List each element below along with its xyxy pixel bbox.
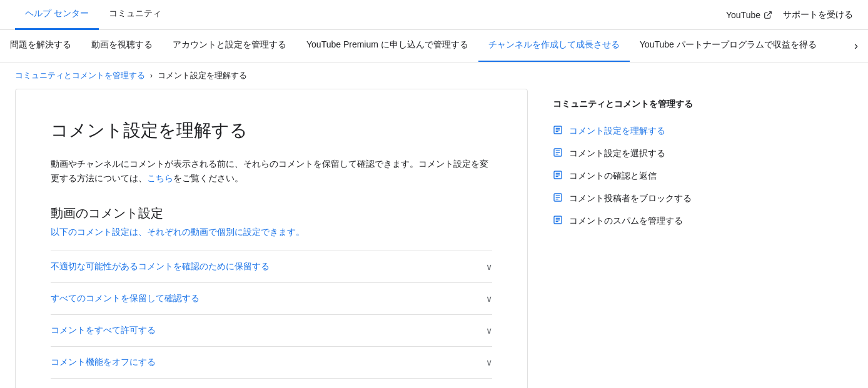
sidebar-title: コミュニティとコメントを管理する [553, 99, 715, 110]
accordion-chevron-2: ∨ [486, 294, 492, 304]
sidebar-item-label-4: コメント投稿者をブロックする [569, 192, 692, 205]
helpcenter-label: ヘルプ センター [25, 8, 89, 19]
accordion-item-1[interactable]: 不適切な可能性があるコメントを確認のために保留する ∨ [51, 251, 492, 283]
accordion-chevron-3: ∨ [486, 326, 492, 336]
sidebar-item-icon-2 [553, 147, 563, 160]
section-subtitle: 以下のコメント設定は、それぞれの動画で個別に設定できます。 [51, 227, 492, 238]
accordion-item-2[interactable]: すべてのコメントを保留して確認する ∨ [51, 283, 492, 315]
support-link[interactable]: サポートを受ける [783, 9, 853, 21]
accordion-chevron-4: ∨ [486, 357, 492, 367]
sidebar-item-label-3: コメントの確認と返信 [569, 170, 657, 182]
external-link-icon [763, 10, 773, 20]
breadcrumb-parent[interactable]: コミュニティとコメントを管理する [15, 70, 145, 81]
top-nav: ヘルプ センター コミュニティ YouTube サポートを受ける [0, 0, 868, 30]
sidebar-item-1[interactable]: コメント設定を理解する [553, 120, 715, 142]
breadcrumb-separator: › [150, 71, 153, 80]
top-nav-item-helpcenter[interactable]: ヘルプ センター [15, 0, 99, 30]
accordion-item-4[interactable]: コメント機能をオフにする ∨ [51, 347, 492, 379]
intro-link[interactable]: こちら [147, 173, 173, 183]
breadcrumb-current: コメント設定を理解する [158, 70, 247, 81]
top-nav-left: ヘルプ センター コミュニティ [15, 0, 171, 30]
top-nav-right: YouTube サポートを受ける [726, 9, 853, 21]
sidebar-item-label-2: コメント設定を選択する [569, 147, 665, 160]
article-title: コメント設定を理解する [51, 119, 492, 142]
sidebar-item-icon-3 [553, 170, 563, 182]
second-nav-item-4[interactable]: YouTube Premium に申し込んで管理する [296, 30, 478, 62]
accordion-chevron-1: ∨ [486, 262, 492, 272]
accordion-label-1: 不適切な可能性があるコメントを確認のために保留する [51, 261, 270, 272]
article-intro: 動画やチャンネルにコメントが表示される前に、それらのコメントを保留して確認できま… [51, 157, 492, 185]
section-title: 動画のコメント設定 [51, 205, 492, 222]
sidebar-item-4[interactable]: コメント投稿者をブロックする [553, 187, 715, 210]
main-layout: コメント設定を理解する 動画やチャンネルにコメントが表示される前に、それらのコメ… [0, 89, 868, 388]
sidebar-item-label-5: コメントのスパムを管理する [569, 215, 683, 227]
sidebar-item-icon-4 [553, 192, 563, 205]
accordion-label-4: コメント機能をオフにする [51, 357, 156, 368]
accordion: 不適切な可能性があるコメントを確認のために保留する ∨ すべてのコメントを保留し… [51, 251, 492, 379]
second-nav-item-3[interactable]: アカウントと設定を管理する [163, 30, 296, 62]
second-nav-item-1[interactable]: 問題を解決する [0, 30, 81, 62]
second-nav-item-5[interactable]: チャンネルを作成して成長させる [478, 30, 630, 62]
youtube-link[interactable]: YouTube [726, 10, 773, 20]
accordion-label-3: コメントをすべて許可する [51, 325, 156, 336]
breadcrumb: コミュニティとコメントを管理する › コメント設定を理解する [0, 62, 868, 89]
second-nav-item-2[interactable]: 動画を視聴する [81, 30, 163, 62]
sidebar-item-5[interactable]: コメントのスパムを管理する [553, 210, 715, 232]
second-nav: 問題を解決する 動画を視聴する アカウントと設定を管理する YouTube Pr… [0, 30, 868, 62]
second-nav-item-6[interactable]: YouTube パートナープログラムで収益を得る [630, 30, 827, 62]
accordion-item-3[interactable]: コメントをすべて許可する ∨ [51, 315, 492, 347]
youtube-label: YouTube [726, 10, 760, 20]
sidebar-item-icon-1 [553, 125, 563, 137]
community-label: コミュニティ [109, 8, 161, 19]
svg-line-0 [767, 11, 771, 15]
sidebar-item-2[interactable]: コメント設定を選択する [553, 142, 715, 165]
top-nav-item-community[interactable]: コミュニティ [99, 0, 171, 30]
sidebar-item-label-1: コメント設定を理解する [569, 125, 665, 137]
sidebar-item-icon-5 [553, 215, 563, 227]
accordion-label-2: すべてのコメントを保留して確認する [51, 293, 199, 304]
second-nav-more[interactable]: › [844, 39, 868, 52]
sidebar-item-3[interactable]: コメントの確認と返信 [553, 165, 715, 187]
sidebar: コミュニティとコメントを管理する コメント設定を理解する [553, 89, 715, 388]
article: コメント設定を理解する 動画やチャンネルにコメントが表示される前に、それらのコメ… [15, 89, 528, 388]
